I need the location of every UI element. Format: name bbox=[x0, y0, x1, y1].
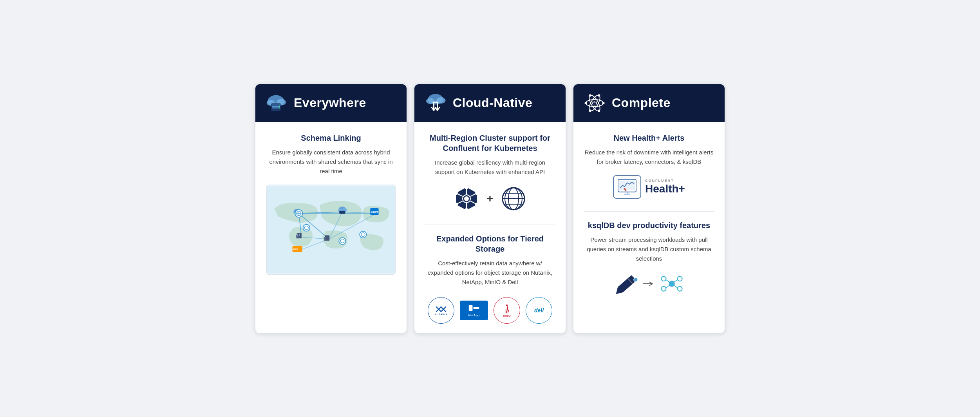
svg-rect-38 bbox=[324, 237, 327, 241]
health-chart-icon bbox=[618, 179, 636, 195]
card-title-cloud-native: Cloud-Native bbox=[453, 96, 532, 110]
card-title-complete: Complete bbox=[612, 96, 671, 110]
svg-point-85 bbox=[602, 102, 605, 104]
svg-point-47 bbox=[360, 231, 366, 238]
divider bbox=[425, 225, 555, 225]
svg-point-63 bbox=[465, 186, 468, 189]
svg-rect-4 bbox=[272, 104, 280, 105]
logo-minio: MinIO bbox=[494, 297, 520, 324]
pen-tool-icon bbox=[613, 272, 640, 296]
svg-point-99 bbox=[661, 276, 666, 281]
svg-line-105 bbox=[666, 285, 669, 288]
section-desc-health: Reduce the risk of downtime with intelli… bbox=[584, 148, 714, 167]
svg-rect-32 bbox=[296, 234, 298, 238]
svg-point-86 bbox=[585, 102, 587, 104]
svg-point-98 bbox=[669, 281, 674, 286]
card-cloud-native: Cloud-Native Multi-Region Cluster suppor… bbox=[414, 84, 566, 334]
svg-line-104 bbox=[674, 279, 678, 282]
health-plus-block: CONFLUENT Health+ bbox=[584, 175, 714, 199]
svg-rect-93 bbox=[619, 181, 635, 190]
cards-container: Everywhere Schema Linking Ensure globall… bbox=[255, 84, 725, 334]
svg-point-45 bbox=[339, 238, 345, 244]
svg-point-80 bbox=[506, 305, 508, 306]
kubernetes-icon bbox=[454, 186, 479, 211]
svg-point-88 bbox=[589, 109, 591, 112]
svg-point-68 bbox=[475, 203, 478, 206]
section-desc-multiregion: Increase global resiliency with multi-re… bbox=[425, 158, 555, 177]
svg-point-101 bbox=[661, 286, 666, 291]
svg-point-90 bbox=[589, 94, 591, 96]
svg-point-96 bbox=[634, 277, 638, 281]
svg-point-67 bbox=[455, 203, 458, 206]
svg-rect-91 bbox=[593, 102, 596, 105]
card-everywhere: Everywhere Schema Linking Ensure globall… bbox=[255, 84, 407, 334]
logo-dell: dell bbox=[526, 297, 552, 324]
card-complete: Complete New Health+ Alerts Reduce the r… bbox=[573, 84, 725, 334]
svg-rect-10 bbox=[267, 186, 395, 273]
health-plus-label: Health+ bbox=[645, 183, 685, 195]
svg-line-103 bbox=[666, 279, 669, 282]
section-desc-schema: Ensure globally consistent data across h… bbox=[266, 148, 396, 176]
svg-rect-34 bbox=[299, 234, 300, 234]
svg-point-64 bbox=[465, 208, 468, 211]
section-title-health: New Health+ Alerts bbox=[584, 133, 714, 143]
svg-rect-5 bbox=[272, 106, 280, 107]
logos-row-storage: NUTANIX NetApp bbox=[425, 297, 555, 324]
svg-rect-33 bbox=[297, 234, 298, 234]
section-title-schema: Schema Linking bbox=[266, 133, 396, 143]
plus-sign: + bbox=[487, 192, 493, 205]
svg-rect-78 bbox=[474, 307, 479, 309]
globe-icon bbox=[501, 186, 526, 211]
svg-point-100 bbox=[678, 276, 682, 281]
logo-netapp: NetApp bbox=[460, 301, 488, 320]
section-desc-tiered: Cost-effectively retain data anywhere w/… bbox=[425, 259, 555, 287]
svg-point-8 bbox=[279, 106, 280, 107]
svg-rect-35 bbox=[297, 235, 298, 236]
cloud-server-icon bbox=[265, 91, 288, 115]
map-graphic: Azure aws bbox=[266, 185, 396, 275]
card-header-everywhere: Everywhere bbox=[255, 84, 407, 122]
svg-rect-3 bbox=[271, 103, 281, 111]
svg-point-50 bbox=[426, 98, 434, 104]
card-title-everywhere: Everywhere bbox=[294, 96, 366, 110]
section-title-tiered: Expanded Options for Tiered Storage bbox=[425, 234, 555, 254]
logo-nutanix: NUTANIX bbox=[428, 297, 454, 324]
svg-text:Azure: Azure bbox=[371, 210, 378, 213]
icons-row-k8s-globe: + bbox=[425, 186, 555, 211]
section-title-multiregion: Multi-Region Cluster support for Conflue… bbox=[425, 133, 555, 153]
network-graph-icon bbox=[658, 272, 685, 296]
atom-icon bbox=[583, 91, 606, 115]
svg-point-43 bbox=[303, 224, 310, 231]
divider-2 bbox=[584, 211, 714, 212]
svg-point-69 bbox=[464, 196, 469, 201]
card-header-cloud-native: Cloud-Native bbox=[414, 84, 566, 122]
health-icon-box bbox=[613, 175, 641, 199]
section-desc-ksqldb: Power stream processing workloads with p… bbox=[584, 235, 714, 263]
card-body-complete: New Health+ Alerts Reduce the risk of do… bbox=[573, 122, 725, 333]
svg-rect-52 bbox=[433, 102, 439, 103]
svg-point-7 bbox=[279, 104, 280, 105]
svg-point-87 bbox=[598, 94, 600, 96]
card-body-cloud-native: Multi-Region Cluster support for Conflue… bbox=[414, 122, 566, 333]
svg-text:aws: aws bbox=[293, 248, 298, 250]
svg-rect-77 bbox=[469, 305, 473, 311]
health-confluent-label: CONFLUENT bbox=[645, 179, 674, 183]
ksqldb-icons-row bbox=[584, 272, 714, 296]
svg-point-66 bbox=[475, 192, 478, 195]
svg-rect-36 bbox=[299, 235, 300, 236]
cloud-deploy-icon bbox=[424, 91, 447, 115]
svg-rect-23 bbox=[339, 210, 345, 214]
card-header-complete: Complete bbox=[573, 84, 725, 122]
svg-point-89 bbox=[598, 109, 600, 112]
card-body-everywhere: Schema Linking Ensure globally consisten… bbox=[255, 122, 407, 333]
svg-rect-6 bbox=[272, 107, 280, 108]
section-title-ksqldb: ksqlDB dev productivity features bbox=[584, 220, 714, 230]
svg-point-65 bbox=[455, 192, 458, 195]
svg-line-106 bbox=[674, 285, 678, 288]
arrow-icon bbox=[643, 280, 655, 288]
svg-point-102 bbox=[678, 286, 682, 291]
svg-point-9 bbox=[279, 107, 280, 108]
